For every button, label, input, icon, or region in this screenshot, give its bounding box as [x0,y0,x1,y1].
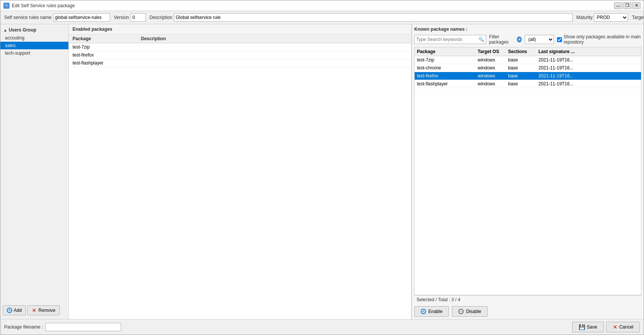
list-item[interactable]: accouting [0,34,68,42]
maturity-label: Maturity [576,15,593,20]
bottom-bar: Package filename : 💾 Save ✕ Cancel [0,319,644,335]
known-sections: base [508,65,538,71]
maximize-button[interactable]: ❐ [623,2,631,9]
known-sections: base [508,81,538,87]
chevron-up-icon: ▲ [3,28,7,32]
title-bar-left: ✎ Edit Self Service rules package [3,3,75,9]
app-icon: ✎ [3,3,9,9]
title-bar-controls: — ❐ ✕ [614,2,641,9]
known-buttons: + Enable − Disable [414,304,641,317]
known-toolbar: 🔍 Filter packages ● (all) windows linux … [414,34,641,45]
version-field: Version [114,13,146,22]
known-packages-label: Known package names : [414,27,641,32]
description-field: Description [150,13,573,22]
disable-button[interactable]: − Disable [452,306,488,317]
package-name: test-flashplayer [73,60,141,66]
plus-icon: + [421,309,426,314]
add-label: Add [14,308,22,313]
window-title: Edit Self Service rules package [12,3,75,8]
search-icon: 🔍 [478,37,484,42]
cancel-button[interactable]: ✕ Cancel [606,322,640,332]
package-filename-section: Package filename : [4,323,121,331]
known-packages-table-header: Package Target OS Sections Last signatur… [415,47,641,56]
search-input[interactable] [416,37,477,42]
table-row[interactable]: test-firefox [69,51,411,59]
package-name: test-firefox [73,52,141,58]
known-package-name: test-firefox [417,73,478,79]
maturity-select[interactable]: PROD DEV TEST [594,13,628,22]
enabled-packages-header: Enabled packages [69,24,411,35]
enabled-packages-table-body: test-7zip test-firefox test-flashplayer [69,43,411,319]
save-icon: 💾 [579,324,585,330]
table-row[interactable]: test-7zip [69,43,411,51]
enable-button[interactable]: + Enable [414,306,449,317]
description-input[interactable] [174,13,573,22]
list-item[interactable]: sales [0,42,68,49]
right-panel: Known package names : 🔍 Filter packages … [412,24,644,319]
enabled-packages-table-header: Package Description [69,35,411,43]
search-box[interactable]: 🔍 [414,35,486,44]
filter-dot-icon: ● [517,36,522,42]
col-package-header: Package [417,49,478,54]
known-last-signature: 2021-11-19T16... [538,73,639,79]
save-label: Save [587,324,597,330]
left-panel-buttons: + Add ✕ Remove [0,303,68,318]
col-package-header: Package [73,36,141,41]
x-icon: ✕ [32,308,37,313]
known-package-name: test-chrome [417,65,478,71]
known-last-signature: 2021-11-19T16... [538,81,639,87]
target-os-label: Target OS [632,15,644,20]
show-only-check[interactable]: Show only packages available in main rep… [557,34,641,45]
known-target-os: windows [478,81,508,87]
minimize-button[interactable]: — [614,2,622,9]
filter-select[interactable]: (all) windows linux mac [525,35,554,44]
target-os-field: Target OS windows linux [632,13,644,22]
list-item[interactable]: tech-support [0,49,68,57]
col-target-os-header: Target OS [478,49,508,54]
main-content: ▲ Users Group accouting sales tech-suppo… [0,24,644,319]
table-row[interactable]: test-firefox windows base 2021-11-19T16.… [415,72,641,80]
package-desc [141,44,407,50]
name-input[interactable] [53,13,110,22]
title-bar: ✎ Edit Self Service rules package — ❐ ✕ [0,0,644,11]
enable-label: Enable [428,309,442,314]
close-button[interactable]: ✕ [632,2,641,9]
package-filename-label: Package filename : [4,324,43,330]
known-package-name: test-flashplayer [417,81,478,87]
users-group-header[interactable]: ▲ Users Group [0,26,68,34]
name-field: Self service rules name [4,13,110,22]
remove-label: Remove [38,308,55,313]
disable-label: Disable [466,309,481,314]
table-row[interactable]: test-flashplayer windows base 2021-11-19… [415,80,641,88]
col-desc-header: Description [141,36,407,41]
middle-panel: Enabled packages Package Description tes… [69,24,412,319]
bottom-buttons: 💾 Save ✕ Cancel [572,322,640,332]
remove-button[interactable]: ✕ Remove [27,305,60,315]
package-desc [141,52,407,58]
known-last-signature: 2021-11-19T16... [538,65,639,71]
filter-packages-label: Filter packages [489,34,514,45]
table-row[interactable]: test-7zip windows base 2021-11-19T16... [415,56,641,64]
add-button[interactable]: + Add [3,305,26,315]
package-name: test-7zip [73,44,141,50]
known-target-os: windows [478,65,508,71]
plus-icon: + [7,308,12,313]
known-sections: base [508,73,538,79]
save-button[interactable]: 💾 Save [572,322,603,332]
known-sections: base [508,57,538,63]
col-last-signature-header: Last signature ... [538,49,639,54]
show-only-checkbox[interactable] [557,37,562,42]
cancel-label: Cancel [619,324,633,330]
known-last-signature: 2021-11-19T16... [538,57,639,63]
known-packages-table: Package Target OS Sections Last signatur… [414,47,641,295]
form-area: Self service rules name Version Descript… [0,11,644,24]
version-label: Version [114,15,129,20]
table-row[interactable]: test-chrome windows base 2021-11-19T16..… [415,64,641,72]
col-sections-header: Sections [508,49,538,54]
table-row[interactable]: test-flashplayer [69,59,411,67]
version-input[interactable] [131,13,146,22]
main-window: ✎ Edit Self Service rules package — ❐ ✕ … [0,0,644,335]
package-filename-input[interactable] [45,323,121,331]
left-panel: ▲ Users Group accouting sales tech-suppo… [0,24,69,319]
status-bar: Selected / Total : 3 / 4 [414,295,641,304]
